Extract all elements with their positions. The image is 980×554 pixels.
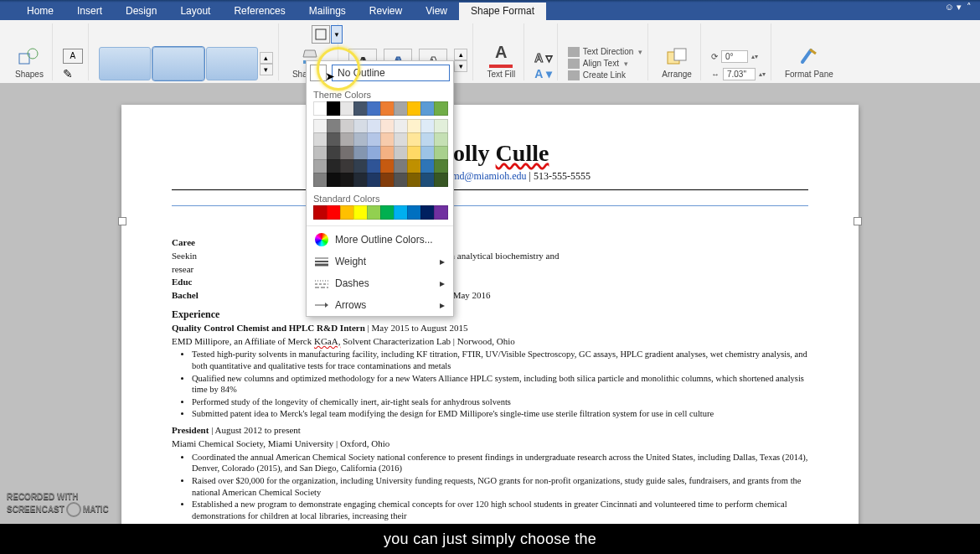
color-swatch[interactable] xyxy=(380,119,395,133)
color-swatch[interactable] xyxy=(367,119,381,133)
color-swatch[interactable] xyxy=(434,146,448,160)
shape-style-gallery[interactable]: ▴ ▾ xyxy=(99,47,273,80)
titlebar-up-icon[interactable]: ˄ xyxy=(967,2,972,13)
color-swatch[interactable] xyxy=(420,205,435,220)
color-swatch[interactable] xyxy=(407,101,421,116)
gallery-up-icon[interactable]: ▴ xyxy=(260,52,273,64)
gallery-down-icon[interactable]: ▾ xyxy=(260,64,273,75)
tab-review[interactable]: Review xyxy=(358,2,414,20)
color-swatch[interactable] xyxy=(394,205,408,220)
color-swatch[interactable] xyxy=(313,132,328,147)
shape-handle-left[interactable] xyxy=(118,217,126,225)
color-swatch[interactable] xyxy=(327,205,341,220)
color-swatch[interactable] xyxy=(380,159,395,173)
color-swatch[interactable] xyxy=(407,146,421,160)
text-effects-icon[interactable]: A ▾ xyxy=(534,67,551,80)
color-swatch[interactable] xyxy=(380,146,395,160)
wordart-up-icon[interactable]: ▴ xyxy=(454,49,467,60)
color-swatch[interactable] xyxy=(420,173,435,187)
color-swatch[interactable] xyxy=(353,132,368,147)
color-swatch[interactable] xyxy=(407,119,421,133)
shape-style-1[interactable] xyxy=(99,47,151,80)
account-smile-icon[interactable]: ☺ ▾ xyxy=(945,2,962,13)
tab-shape-format[interactable]: Shape Format xyxy=(459,2,546,20)
format-pane-button[interactable]: Format Pane xyxy=(781,43,837,80)
wordart-down-icon[interactable]: ▾ xyxy=(454,60,467,72)
text-fill-button[interactable]: A Text Fill xyxy=(483,39,518,80)
color-swatch[interactable] xyxy=(407,173,421,187)
arrange-button[interactable]: Arrange xyxy=(658,43,695,80)
align-text-button[interactable]: Align Text▾ xyxy=(568,59,643,69)
color-swatch[interactable] xyxy=(394,159,408,173)
create-link-button[interactable]: Create Link xyxy=(568,70,643,80)
color-swatch[interactable] xyxy=(353,159,368,173)
color-swatch[interactable] xyxy=(340,119,354,133)
color-swatch[interactable] xyxy=(434,132,448,147)
color-swatch[interactable] xyxy=(313,119,328,133)
color-swatch[interactable] xyxy=(420,159,435,173)
color-swatch[interactable] xyxy=(313,146,328,160)
color-swatch[interactable] xyxy=(353,101,368,116)
color-swatch[interactable] xyxy=(367,173,381,187)
color-swatch[interactable] xyxy=(353,205,368,220)
color-swatch[interactable] xyxy=(367,205,381,220)
color-swatch[interactable] xyxy=(353,146,368,160)
tab-layout[interactable]: Layout xyxy=(168,2,222,20)
color-swatch[interactable] xyxy=(394,119,408,133)
more-outline-colors-option[interactable]: More Outline Colors... xyxy=(307,229,453,251)
color-swatch[interactable] xyxy=(353,173,368,187)
color-swatch[interactable] xyxy=(420,119,435,133)
weight-option[interactable]: Weight▸ xyxy=(307,251,453,272)
color-swatch[interactable] xyxy=(394,132,408,147)
color-swatch[interactable] xyxy=(434,173,448,187)
shape-outline-dropdown-icon[interactable]: ▼ xyxy=(331,25,343,44)
color-swatch[interactable] xyxy=(313,101,328,116)
dashes-option[interactable]: Dashes▸ xyxy=(307,272,453,294)
color-swatch[interactable] xyxy=(367,159,381,173)
color-swatch[interactable] xyxy=(340,173,354,187)
color-swatch[interactable] xyxy=(353,119,368,133)
tab-insert[interactable]: Insert xyxy=(65,2,114,20)
color-swatch[interactable] xyxy=(327,146,341,160)
color-swatch[interactable] xyxy=(394,101,408,116)
tab-design[interactable]: Design xyxy=(114,2,168,20)
no-outline-option[interactable]: No Outline xyxy=(332,65,450,81)
color-swatch[interactable] xyxy=(434,101,448,116)
color-swatch[interactable] xyxy=(420,146,435,160)
color-swatch[interactable] xyxy=(380,205,395,220)
color-swatch[interactable] xyxy=(434,205,448,220)
color-swatch[interactable] xyxy=(380,132,395,147)
color-swatch[interactable] xyxy=(340,101,354,116)
color-swatch[interactable] xyxy=(327,132,341,147)
shape-handle-right[interactable] xyxy=(854,217,862,225)
tab-home[interactable]: Home xyxy=(15,2,65,20)
color-swatch[interactable] xyxy=(313,159,328,173)
color-swatch[interactable] xyxy=(407,132,421,147)
color-swatch[interactable] xyxy=(367,132,381,147)
shape-outline-split[interactable] xyxy=(312,25,330,44)
color-swatch[interactable] xyxy=(434,119,448,133)
color-swatch[interactable] xyxy=(367,101,381,116)
color-swatch[interactable] xyxy=(407,159,421,173)
color-swatch[interactable] xyxy=(327,101,341,116)
color-swatch[interactable] xyxy=(327,159,341,173)
automatic-color-swatch[interactable] xyxy=(310,65,327,81)
shape-style-3[interactable] xyxy=(206,47,258,80)
color-swatch[interactable] xyxy=(327,173,341,187)
shapes-button[interactable]: Shapes xyxy=(12,43,47,80)
text-outline-icon[interactable]: A ▾ xyxy=(534,51,551,65)
edit-shape-icon[interactable]: ✎ xyxy=(63,67,83,80)
color-swatch[interactable] xyxy=(313,205,328,220)
rotation-field[interactable]: ⟳0°▴▾ xyxy=(711,50,766,63)
color-swatch[interactable] xyxy=(327,119,341,133)
color-swatch[interactable] xyxy=(313,173,328,187)
color-swatch[interactable] xyxy=(380,173,395,187)
color-swatch[interactable] xyxy=(340,146,354,160)
tab-view[interactable]: View xyxy=(414,2,459,20)
color-swatch[interactable] xyxy=(420,132,435,147)
color-swatch[interactable] xyxy=(434,159,448,173)
color-swatch[interactable] xyxy=(394,146,408,160)
color-swatch[interactable] xyxy=(340,132,354,147)
selected-shape-line[interactable] xyxy=(172,205,808,206)
color-swatch[interactable] xyxy=(367,146,381,160)
